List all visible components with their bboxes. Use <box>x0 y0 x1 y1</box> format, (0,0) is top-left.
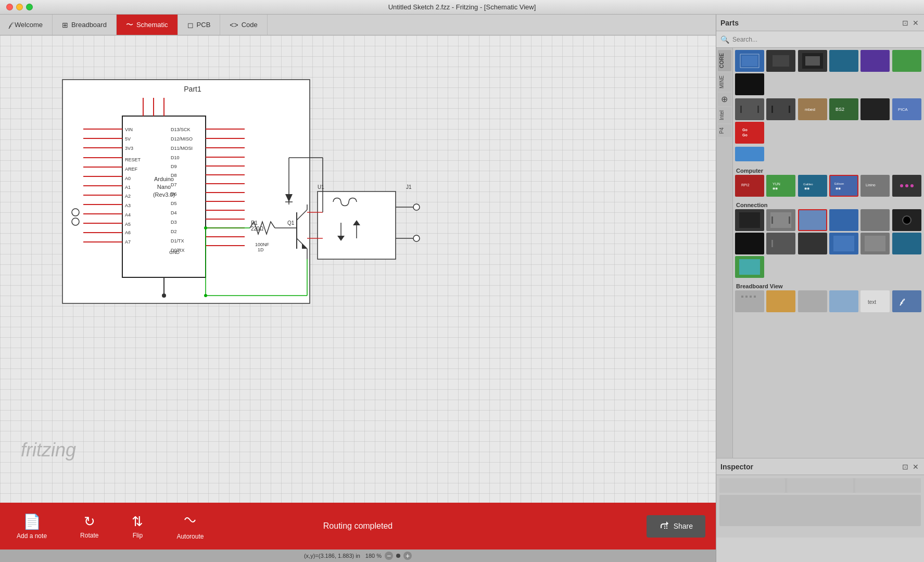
canvas-area[interactable]: Part1 Arduino Nano (Rev3.0) VIN 5V 3V3 R… <box>0 35 716 503</box>
part-item[interactable]: PICA <box>892 98 921 120</box>
tab-breadboard[interactable]: ⊞ Breadboard <box>53 15 117 35</box>
part-item-conn7[interactable] <box>735 233 764 254</box>
parts-expand-button[interactable]: ⊡ <box>901 18 909 28</box>
rotate-label: Rotate <box>80 532 98 539</box>
side-tab-seeed[interactable]: ⊕ <box>718 93 731 106</box>
part-item-conn2[interactable] <box>766 209 795 231</box>
part-item-rpi[interactable]: RPI2 <box>735 175 764 197</box>
svg-rect-157 <box>789 216 790 224</box>
svg-text:D0/RX: D0/RX <box>171 248 185 253</box>
parts-close-button[interactable]: ✕ <box>912 18 920 28</box>
part-item-text[interactable]: text <box>860 290 890 312</box>
part-item[interactable] <box>766 50 795 72</box>
svg-rect-122 <box>757 106 759 113</box>
search-input[interactable] <box>732 36 920 43</box>
part-item-blue-banner[interactable] <box>735 147 764 161</box>
flip-button[interactable]: ⇅ Flip <box>115 514 160 539</box>
zoom-out-button[interactable]: − <box>385 552 393 560</box>
svg-text:YUN: YUN <box>773 182 780 186</box>
autoroute-button[interactable]: Autoroute <box>160 513 220 540</box>
part-item[interactable] <box>860 50 890 72</box>
part-item[interactable] <box>829 50 858 72</box>
part-item-conn3[interactable] <box>798 209 827 231</box>
svg-rect-117 <box>865 53 885 69</box>
svg-text:D8: D8 <box>171 173 177 178</box>
side-tab-intel[interactable]: Intel <box>718 107 731 123</box>
zoom-level: 180 % <box>365 553 382 559</box>
add-note-button[interactable]: 📄 Add a note <box>0 513 64 540</box>
svg-text:A7: A7 <box>125 239 131 245</box>
svg-point-102 <box>204 294 207 297</box>
svg-rect-173 <box>745 296 748 298</box>
part-item[interactable]: BS2 <box>829 98 858 120</box>
svg-text:J1: J1 <box>406 184 412 190</box>
part-item-conn1[interactable] <box>735 209 764 231</box>
share-icon <box>659 520 669 532</box>
side-tab-core[interactable]: CORE <box>718 50 731 71</box>
part-item-linino[interactable]: Linino <box>860 175 890 197</box>
part-item-bb6[interactable]: 𝒻 <box>892 290 921 312</box>
part-item-bb4[interactable] <box>829 290 858 312</box>
svg-rect-172 <box>741 296 743 298</box>
share-button[interactable]: Share <box>647 515 705 538</box>
inspector-close-button[interactable]: ✕ <box>912 462 920 472</box>
svg-text:Go: Go <box>742 133 748 137</box>
add-note-label: Add a note <box>17 532 47 540</box>
parts-grid-area: mbed BS2 PICA GoGo <box>733 48 924 458</box>
side-tab-p4[interactable]: P4 <box>718 124 731 137</box>
svg-text:D13/SCK: D13/SCK <box>171 127 191 132</box>
part-item-conn6[interactable] <box>892 209 921 231</box>
inspector-expand-button[interactable]: ⊡ <box>901 462 909 472</box>
part-item[interactable] <box>735 50 764 72</box>
svg-text:A5: A5 <box>125 222 131 227</box>
part-item-bb2[interactable] <box>766 290 795 312</box>
computer-section-label: Computer <box>735 165 922 175</box>
side-tab-mine[interactable]: MINE <box>718 72 731 92</box>
tab-welcome-label: Welcome <box>15 21 43 29</box>
parts-tabs-area: CORE MINE ⊕ Intel P4 <box>716 48 924 458</box>
part-item-conn13[interactable] <box>735 256 764 278</box>
part-item-yun[interactable]: YUN◉◉ <box>766 175 795 197</box>
part-item-conn5[interactable] <box>860 209 890 231</box>
rotate-button[interactable]: ↻ Rotate <box>64 514 115 539</box>
tab-schematic[interactable]: 〜 Schematic <box>117 15 178 35</box>
part-item-conn4[interactable] <box>829 209 858 231</box>
breadboard-parts-grid: text 𝒻 <box>735 290 922 312</box>
part-item-bb3[interactable] <box>798 290 827 312</box>
svg-point-151 <box>900 184 903 187</box>
part-item-conn8[interactable] <box>766 233 795 254</box>
part-item[interactable]: mbed <box>798 98 827 120</box>
part-item-conn11[interactable] <box>860 233 890 254</box>
svg-rect-178 <box>833 293 854 309</box>
tab-schematic-label: Schematic <box>136 21 168 29</box>
part-item-conn12[interactable] <box>892 233 921 254</box>
part-item[interactable] <box>892 50 921 72</box>
part-item[interactable] <box>860 98 890 120</box>
svg-rect-158 <box>802 212 823 228</box>
part-item-dots[interactable] <box>892 175 921 197</box>
part-item-galileo[interactable]: Galileo◉◉ <box>798 175 827 197</box>
part-item[interactable] <box>735 98 764 120</box>
svg-text:mbed: mbed <box>805 107 815 112</box>
svg-text:PICA: PICA <box>898 107 908 112</box>
flip-label: Flip <box>133 532 143 539</box>
part-item-edison[interactable]: Edison◉◉ <box>829 175 858 197</box>
search-icon: 🔍 <box>720 35 729 44</box>
part-item-bb1[interactable] <box>735 290 764 312</box>
part-item-conn9[interactable] <box>798 233 827 254</box>
svg-text:A4: A4 <box>125 212 131 218</box>
maximize-button[interactable] <box>26 4 33 10</box>
tab-welcome[interactable]: 𝒻 Welcome <box>0 15 53 35</box>
zoom-in-button[interactable]: + <box>403 552 412 560</box>
tab-pcb[interactable]: ◻ PCB <box>178 15 221 35</box>
part-item-conn10[interactable] <box>829 233 858 254</box>
part-item[interactable]: GoGo <box>735 122 764 144</box>
tab-code[interactable]: <> Code <box>220 15 267 35</box>
svg-text:D1/TX: D1/TX <box>171 238 184 244</box>
minimize-button[interactable] <box>16 4 23 10</box>
part-item[interactable] <box>766 98 795 120</box>
svg-rect-169 <box>896 236 917 251</box>
close-button[interactable] <box>6 4 13 10</box>
part-item[interactable] <box>798 50 827 72</box>
part-item[interactable] <box>735 73 764 95</box>
